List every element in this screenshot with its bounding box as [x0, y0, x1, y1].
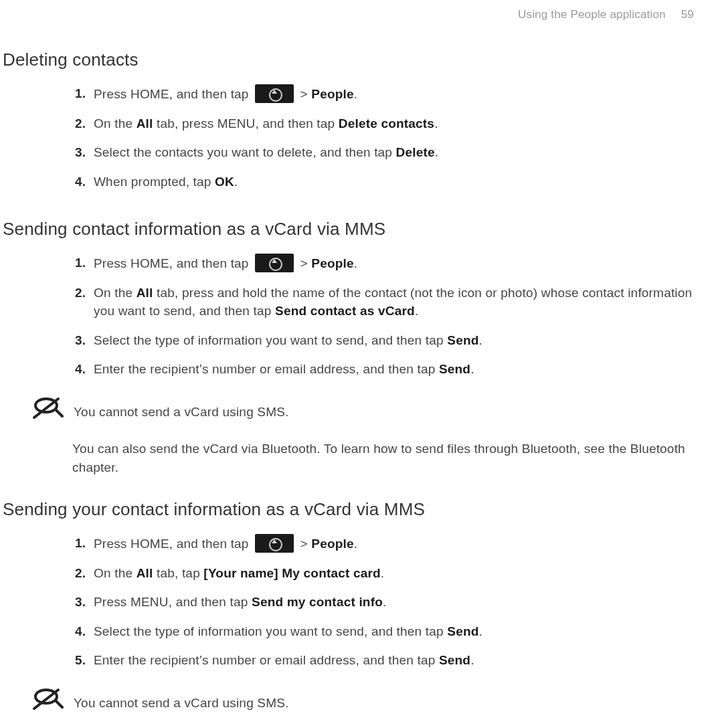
heading-deleting-contacts: Deleting contacts: [3, 48, 703, 73]
note-text: You cannot send a vCard using SMS.: [74, 694, 289, 713]
svg-line-1: [56, 410, 62, 416]
step-1: 1. Press HOME, and then tap > People.: [75, 529, 703, 559]
svg-line-4: [56, 701, 62, 707]
note-text: You cannot send a vCard using SMS.: [74, 403, 289, 422]
step-5: 5. Enter the recipient’s number or email…: [75, 646, 703, 675]
steps-sending-contact: 1. Press HOME, and then tap > People. 2.…: [3, 248, 703, 384]
step-4: 4. Enter the recipient’s number or email…: [75, 355, 703, 384]
step-1: 1. Press HOME, and then tap > People.: [75, 248, 703, 278]
all-apps-icon: [255, 84, 294, 103]
page-number: 59: [681, 8, 694, 21]
steps-deleting-contacts: 1. Press HOME, and then tap > People. 2.…: [3, 79, 703, 196]
step-3: 3. Press MENU, and then tap Send my cont…: [75, 587, 703, 617]
step-2: 2. On the All tab, press MENU, and then …: [75, 109, 703, 139]
all-apps-icon: [255, 534, 294, 553]
note-restriction-1: You cannot send a vCard using SMS.: [28, 396, 703, 428]
magnifier-crossed-icon: [30, 687, 64, 714]
chapter-title: Using the People application: [518, 8, 666, 21]
page: Using the People application 59 Deleting…: [0, 0, 710, 728]
running-header: Using the People application 59: [3, 7, 694, 23]
step-4: 4. Select the type of information you wa…: [75, 617, 703, 646]
heading-sending-your-contact: Sending your contact information as a vC…: [3, 497, 703, 523]
step-3: 3. Select the type of information you wa…: [75, 326, 703, 355]
step-3: 3. Select the contacts you want to delet…: [75, 138, 703, 167]
bluetooth-followup-1: You can also send the vCard via Bluetoot…: [72, 440, 698, 476]
step-4: 4. When prompted, tap OK.: [75, 167, 703, 197]
magnifier-crossed-icon: [30, 396, 64, 423]
step-1: 1. Press HOME, and then tap > People.: [75, 79, 703, 109]
step-2: 2. On the All tab, tap [Your name] My co…: [75, 559, 703, 588]
all-apps-icon: [255, 254, 294, 272]
steps-sending-your-contact: 1. Press HOME, and then tap > People. 2.…: [3, 529, 703, 675]
heading-sending-contact-vcard: Sending contact information as a vCard v…: [3, 217, 703, 242]
step-2: 2. On the All tab, press and hold the na…: [75, 278, 703, 326]
note-restriction-2: You cannot send a vCard using SMS.: [28, 687, 703, 719]
